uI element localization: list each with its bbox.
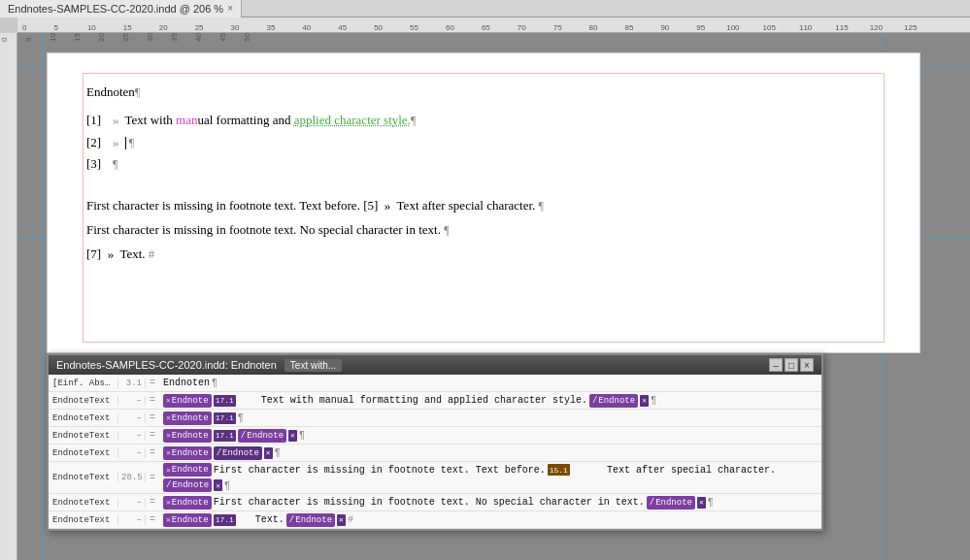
se-pilcrow-5: ¶ xyxy=(224,480,230,491)
se-tag-num-2: 17.1 xyxy=(214,412,236,424)
se-style-4: EndnoteText xyxy=(49,448,118,458)
document-page: Endnoten¶ [1] » Text with manual formatt… xyxy=(47,52,920,353)
se-tag-close-1[interactable]: ✕ xyxy=(166,396,171,405)
footnote-3: [3] ¶ xyxy=(86,154,881,175)
se-end-tag-7: / Endnote xyxy=(286,513,335,527)
document-tab[interactable]: Endnotes-SAMPLES-CC-2020.indd @ 206 % × xyxy=(0,0,242,17)
body-text-3: Text. xyxy=(119,247,145,261)
se-end-tag-label-7: Endnote xyxy=(295,515,332,525)
se-end-tag-label-6: Endnote xyxy=(655,498,692,508)
se-style-2: EndnoteText xyxy=(49,413,118,423)
footnote-1: [1] » Text with manual formatting and ap… xyxy=(86,111,881,131)
se-hash-7: # xyxy=(348,514,353,525)
se-tag-label-6: Endnote xyxy=(172,498,209,508)
se-num-7: – xyxy=(118,515,146,525)
se-minimize-button[interactable]: – xyxy=(769,358,783,372)
se-pilcrow-3: ¶ xyxy=(299,430,305,441)
se-content-7: ✕ Endnote 17.1 Text. / Endnote ✕ # xyxy=(159,513,821,527)
se-tab[interactable]: Text with... xyxy=(284,359,342,372)
se-text-7: Text. xyxy=(238,514,284,525)
canvas-area: Endnoten¶ [1] » Text with manual formatt… xyxy=(17,33,970,560)
se-tag-endnote-4: ✕ Endnote xyxy=(163,446,212,460)
se-style-0: [Einf. Abs.] xyxy=(49,379,118,388)
se-style-3: EndnoteText xyxy=(49,431,118,441)
se-tab-label: Text with... xyxy=(290,360,336,371)
se-tag-label-2: Endnote xyxy=(172,413,209,423)
fn1-pilcrow: ¶ xyxy=(411,114,416,127)
se-text-5b: Text after special character. xyxy=(572,465,776,476)
se-tag-label-3: Endnote xyxy=(172,431,209,441)
se-tag-num-1: 17.1 xyxy=(214,395,236,407)
se-content-0: Endnoten ¶ xyxy=(159,378,821,388)
fn-num-7: [7] xyxy=(86,247,101,261)
se-style-5: EndnoteText xyxy=(49,473,118,482)
se-num-2: – xyxy=(118,413,146,423)
story-editor-content[interactable]: [Einf. Abs.] 3.1 = Endnoten ¶ EndnoteTex… xyxy=(49,375,821,529)
se-row-5: EndnoteText 28.5 = ✕ Endnote First chara… xyxy=(49,462,821,494)
body-pilcrow-1: ¶ xyxy=(539,199,544,213)
se-tag-label-4: Endnote xyxy=(172,448,209,458)
fn2-pilcrow: ¶ xyxy=(129,136,134,149)
manual-text: man xyxy=(176,113,197,127)
fn-num-3: [3] xyxy=(86,154,111,175)
se-tag-close-2[interactable]: ✕ xyxy=(166,413,171,422)
fn-num-2: [2] xyxy=(86,133,111,153)
se-end-tag-6: / Endnote xyxy=(647,496,695,510)
se-text-0: Endnoten xyxy=(163,378,210,388)
se-end-tag-3: / Endnote xyxy=(238,429,286,443)
se-arrow-2: = xyxy=(146,412,159,423)
se-title: Endnotes-SAMPLES-CC-2020.indd: Endnoten xyxy=(56,359,277,371)
se-close-button[interactable]: × xyxy=(800,358,814,372)
se-end-tag-slash-1: / xyxy=(592,396,597,406)
se-arrow-6: = xyxy=(146,497,159,508)
se-tag-label-1: Endnote xyxy=(172,396,209,406)
se-arrow-0: = xyxy=(146,378,159,388)
se-maximize-button[interactable]: □ xyxy=(785,358,798,372)
se-end-tag-x-6: ✕ xyxy=(697,497,706,509)
se-content-1: ✕ Endnote 17.1 Text with manual formatti… xyxy=(159,394,821,408)
body-line-2: First character is missing in footnote t… xyxy=(86,220,881,241)
fn-text-2: ¶ xyxy=(125,133,135,153)
se-num-6: – xyxy=(118,498,146,508)
cursor-2 xyxy=(125,137,126,149)
document-content: Endnoten¶ [1] » Text with manual formatt… xyxy=(86,82,881,265)
se-arrow-3: = xyxy=(146,430,159,441)
se-row-1: EndnoteText – = ✕ Endnote 17.1 Text with… xyxy=(49,392,821,410)
body-pilcrow-2: ¶ xyxy=(444,223,449,237)
se-tag-close-5[interactable]: ✕ xyxy=(166,466,171,475)
ruler-vertical: 0 5 10 15 20 25 30 35 40 45 50 xyxy=(0,33,17,560)
se-end-tag-slash-4: / xyxy=(217,448,221,458)
se-tag-close-6[interactable]: ✕ xyxy=(166,498,171,507)
se-num-1: – xyxy=(118,396,146,406)
guide-line-left xyxy=(43,33,44,560)
doc-title-text: Endnoten xyxy=(86,84,135,99)
se-content-3: ✕ Endnote 17.1 / Endnote ✕ ¶ xyxy=(159,429,821,443)
body-arrow-1: » xyxy=(382,198,397,213)
se-end-tag-x-4: ✕ xyxy=(264,447,273,459)
se-tag-close-3[interactable]: ✕ xyxy=(166,431,171,440)
se-end-tag-label-5: Endnote xyxy=(172,480,209,490)
se-num-4: – xyxy=(118,448,146,458)
se-end-tag-5: / Endnote xyxy=(163,478,212,492)
se-tag-endnote-5: ✕ Endnote xyxy=(163,463,212,477)
tab-close-button[interactable]: × xyxy=(227,3,233,14)
se-tag-close-4[interactable]: ✕ xyxy=(166,448,171,457)
se-content-5: ✕ Endnote First character is missing in … xyxy=(159,463,821,492)
se-num-0: 3.1 xyxy=(118,379,146,388)
body-text-1: First character is missing in footnote t… xyxy=(86,198,378,213)
se-tag-close-7[interactable]: ✕ xyxy=(166,515,171,524)
se-arrow-4: = xyxy=(146,447,159,458)
se-tag-endnote-7: ✕ Endnote xyxy=(163,513,212,527)
se-tag-label-5: Endnote xyxy=(172,465,209,475)
se-end-tag-slash-5: / xyxy=(166,480,171,490)
se-window-controls: – □ × xyxy=(769,358,814,372)
se-tag-num-7: 17.1 xyxy=(214,514,236,526)
applied-text: applied character style. xyxy=(294,113,411,127)
se-pilcrow-0: ¶ xyxy=(212,378,217,388)
se-style-6: EndnoteText xyxy=(49,498,118,508)
se-row-4: EndnoteText – = ✕ Endnote / Endnote ✕ ¶ xyxy=(49,445,821,462)
tab-title: Endnotes-SAMPLES-CC-2020.indd @ 206 % xyxy=(8,3,223,15)
se-pilcrow-1: ¶ xyxy=(651,395,656,406)
se-end-tag-x-5: ✕ xyxy=(214,479,222,491)
story-editor-panel: Endnotes-SAMPLES-CC-2020.indd: Endnoten … xyxy=(47,353,823,531)
